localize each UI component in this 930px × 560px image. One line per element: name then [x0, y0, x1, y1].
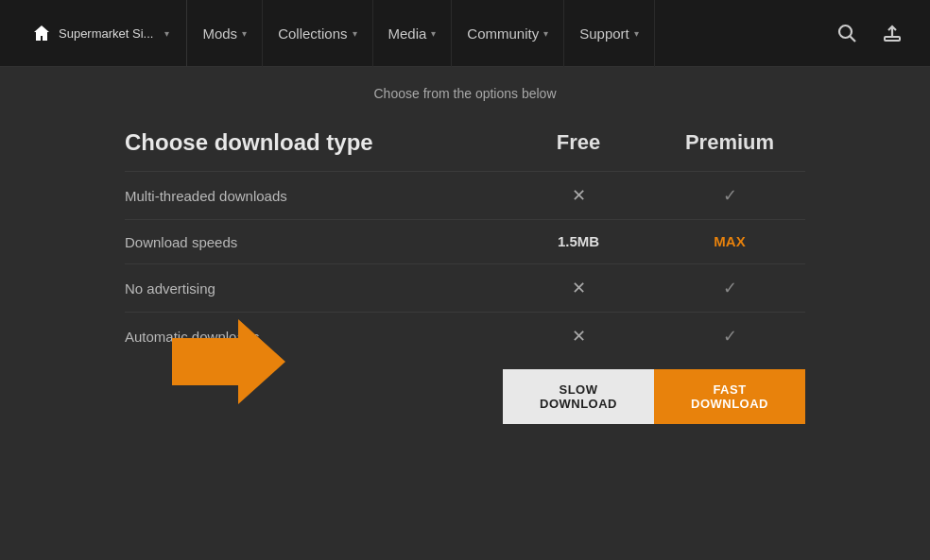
- premium-value-1: MAX: [654, 233, 805, 250]
- premium-value-3: ✓: [654, 326, 805, 347]
- feature-label: Download speeds: [125, 234, 503, 250]
- table-title: Choose download type: [125, 129, 503, 156]
- home-nav-item[interactable]: Supermarket Si... ▾: [15, 0, 187, 67]
- nav-support-label: Support: [579, 25, 629, 42]
- check-icon: ✓: [723, 279, 737, 297]
- free-value-3: ✕: [503, 326, 654, 347]
- svg-point-0: [839, 25, 852, 38]
- free-value-0: ✕: [503, 185, 654, 206]
- svg-rect-2: [885, 37, 900, 41]
- table-row: Multi-threaded downloads ✕ ✓: [125, 171, 805, 219]
- nav-media-chevron: ▾: [431, 28, 436, 39]
- free-value-2: ✕: [503, 278, 654, 298]
- search-button[interactable]: [824, 0, 870, 67]
- download-table: Choose download type Free Premium Multi-…: [125, 129, 805, 424]
- upload-button[interactable]: [870, 0, 915, 67]
- table-row: Download speeds 1.5MB MAX: [125, 219, 805, 263]
- nav-community-label: Community: [467, 25, 539, 42]
- nav-support-chevron: ▾: [634, 28, 639, 39]
- nav-media-label: Media: [388, 25, 427, 42]
- home-icon: [32, 24, 51, 42]
- home-chevron-icon: ▾: [164, 28, 169, 39]
- fast-download-button[interactable]: FAST DOWNLOAD: [654, 369, 805, 424]
- nav-mods-chevron: ▾: [242, 28, 247, 39]
- nav-mods-label: Mods: [202, 25, 237, 42]
- upload-icon: [882, 23, 903, 43]
- nav-collections-label: Collections: [278, 25, 347, 42]
- buttons-row: SLOW DOWNLOAD FAST DOWNLOAD: [125, 369, 805, 424]
- max-value: MAX: [714, 233, 745, 249]
- search-icon: [836, 23, 857, 43]
- table-header: Choose download type Free Premium: [125, 129, 805, 171]
- free-value-1: 1.5MB: [503, 233, 654, 250]
- svg-line-1: [851, 37, 856, 42]
- table-row: No advertising ✕ ✓: [125, 263, 805, 312]
- feature-label: Multi-threaded downloads: [125, 188, 503, 204]
- speed-value: 1.5MB: [558, 233, 599, 249]
- nav-mods[interactable]: Mods ▾: [187, 0, 263, 67]
- nav-collections[interactable]: Collections ▾: [263, 0, 372, 67]
- nav-support[interactable]: Support ▾: [564, 0, 655, 67]
- svg-marker-3: [172, 319, 285, 404]
- nav-community[interactable]: Community ▾: [452, 0, 564, 67]
- x-icon: ✕: [572, 186, 586, 205]
- premium-value-2: ✓: [654, 278, 805, 298]
- col-header-premium: Premium: [654, 130, 805, 155]
- main-content: Choose from the options below Choose dow…: [0, 67, 930, 452]
- page-subtitle: Choose from the options below: [57, 86, 873, 101]
- premium-value-0: ✓: [654, 185, 805, 206]
- check-icon: ✓: [723, 186, 737, 205]
- x-icon: ✕: [572, 327, 586, 346]
- arrow-icon: [172, 319, 285, 404]
- feature-label: No advertising: [125, 280, 503, 297]
- check-icon: ✓: [723, 327, 737, 346]
- nav-community-chevron: ▾: [543, 28, 548, 39]
- slow-download-button[interactable]: SLOW DOWNLOAD: [503, 369, 654, 424]
- nav-collections-chevron: ▾: [353, 28, 357, 39]
- col-header-free: Free: [503, 130, 654, 155]
- site-title: Supermarket Si...: [59, 26, 153, 41]
- x-icon: ✕: [572, 279, 586, 297]
- nav-media[interactable]: Media ▾: [373, 0, 453, 67]
- navigation: Supermarket Si... ▾ Mods ▾ Collections ▾…: [0, 0, 930, 67]
